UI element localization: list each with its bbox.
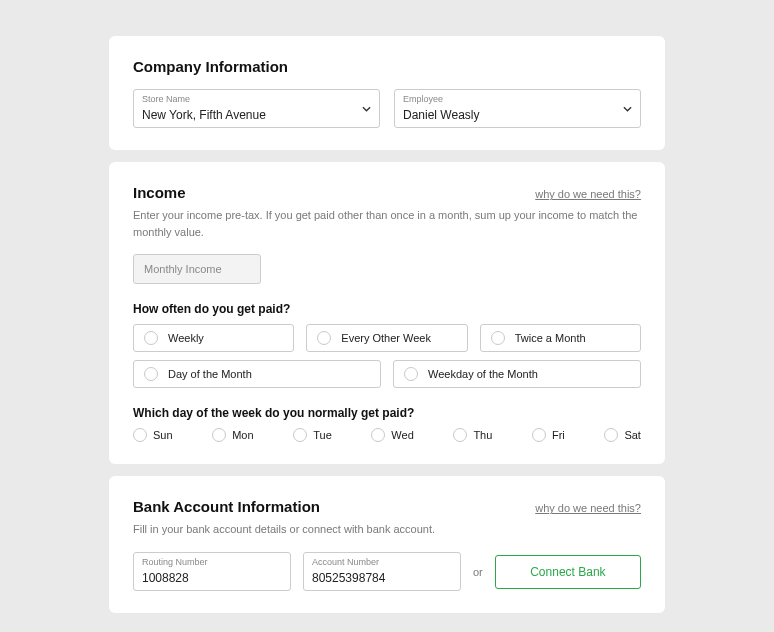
day-option-fri[interactable]: Fri	[532, 428, 565, 442]
radio-icon	[212, 428, 226, 442]
freq-label: Twice a Month	[515, 332, 586, 344]
day-label: Mon	[232, 429, 253, 441]
pay-day-question: Which day of the week do you normally ge…	[133, 406, 641, 420]
day-label: Fri	[552, 429, 565, 441]
chevron-down-icon	[623, 104, 632, 113]
day-option-sun[interactable]: Sun	[133, 428, 173, 442]
freq-option-every-other-week[interactable]: Every Other Week	[306, 324, 467, 352]
account-number-input[interactable]: Account Number 80525398784	[303, 552, 461, 591]
day-option-mon[interactable]: Mon	[212, 428, 253, 442]
radio-icon	[532, 428, 546, 442]
bank-info-card: Bank Account Information why do we need …	[109, 476, 665, 613]
radio-icon	[371, 428, 385, 442]
chevron-down-icon	[362, 104, 371, 113]
bank-row: Routing Number 1008828 Account Number 80…	[133, 552, 641, 591]
day-label: Sat	[624, 429, 641, 441]
day-option-thu[interactable]: Thu	[453, 428, 492, 442]
connect-bank-button[interactable]: Connect Bank	[495, 555, 641, 589]
routing-value: 1008828	[142, 571, 189, 585]
account-label: Account Number	[312, 557, 452, 568]
company-fields-row: Store Name New York, Fifth Avenue Employ…	[133, 89, 641, 128]
store-name-value: New York, Fifth Avenue	[142, 108, 266, 122]
radio-icon	[491, 331, 505, 345]
day-label: Sun	[153, 429, 173, 441]
store-name-select[interactable]: Store Name New York, Fifth Avenue	[133, 89, 380, 128]
freq-row-1: Weekly Every Other Week Twice a Month	[133, 324, 641, 352]
day-label: Tue	[313, 429, 332, 441]
store-name-label: Store Name	[142, 94, 371, 105]
radio-icon	[293, 428, 307, 442]
income-help-link[interactable]: why do we need this?	[535, 188, 641, 200]
radio-icon	[144, 331, 158, 345]
radio-icon	[453, 428, 467, 442]
bank-title: Bank Account Information	[133, 498, 320, 515]
routing-number-input[interactable]: Routing Number 1008828	[133, 552, 291, 591]
employee-label: Employee	[403, 94, 632, 105]
income-description: Enter your income pre-tax. If you get pa…	[133, 207, 641, 240]
bank-description: Fill in your bank account details or con…	[133, 521, 641, 538]
radio-icon	[133, 428, 147, 442]
routing-label: Routing Number	[142, 557, 282, 568]
company-info-card: Company Information Store Name New York,…	[109, 36, 665, 150]
monthly-income-input[interactable]: Monthly Income	[133, 254, 261, 284]
bank-help-link[interactable]: why do we need this?	[535, 502, 641, 514]
account-value: 80525398784	[312, 571, 385, 585]
radio-icon	[317, 331, 331, 345]
day-label: Wed	[391, 429, 413, 441]
day-row: Sun Mon Tue Wed Thu Fri Sat	[133, 428, 641, 442]
freq-option-weekly[interactable]: Weekly	[133, 324, 294, 352]
income-card: Income why do we need this? Enter your i…	[109, 162, 665, 464]
day-option-sat[interactable]: Sat	[604, 428, 641, 442]
income-header: Income why do we need this?	[133, 184, 641, 201]
radio-icon	[604, 428, 618, 442]
day-label: Thu	[473, 429, 492, 441]
radio-icon	[404, 367, 418, 381]
freq-label: Day of the Month	[168, 368, 252, 380]
pay-frequency-question: How often do you get paid?	[133, 302, 641, 316]
freq-label: Every Other Week	[341, 332, 431, 344]
radio-icon	[144, 367, 158, 381]
freq-option-twice-a-month[interactable]: Twice a Month	[480, 324, 641, 352]
employee-value: Daniel Weasly	[403, 108, 479, 122]
day-option-tue[interactable]: Tue	[293, 428, 332, 442]
company-info-title: Company Information	[133, 58, 641, 75]
income-title: Income	[133, 184, 186, 201]
employee-select[interactable]: Employee Daniel Weasly	[394, 89, 641, 128]
freq-row-2: Day of the Month Weekday of the Month	[133, 360, 641, 388]
freq-label: Weekday of the Month	[428, 368, 538, 380]
bank-header: Bank Account Information why do we need …	[133, 498, 641, 515]
or-text: or	[473, 566, 483, 578]
day-option-wed[interactable]: Wed	[371, 428, 413, 442]
freq-option-day-of-month[interactable]: Day of the Month	[133, 360, 381, 388]
freq-label: Weekly	[168, 332, 204, 344]
freq-option-weekday-of-month[interactable]: Weekday of the Month	[393, 360, 641, 388]
